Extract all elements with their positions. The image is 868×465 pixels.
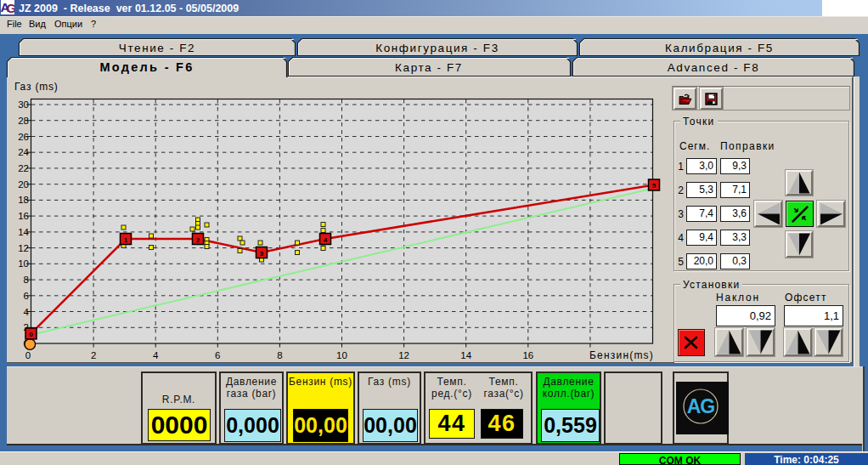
svg-text:8: 8 [24, 275, 29, 285]
svg-text:Конфигурация - F3: Конфигурация - F3 [375, 42, 499, 54]
svg-text:14: 14 [18, 227, 29, 237]
svg-text:Модель - F6: Модель - F6 [99, 60, 194, 74]
svg-text:4: 4 [153, 350, 159, 360]
svg-text:24: 24 [18, 147, 29, 157]
svg-text:10: 10 [18, 258, 29, 269]
svg-text:12: 12 [398, 350, 409, 360]
svg-text:28: 28 [18, 116, 29, 126]
svg-text:Калибрация - F5: Калибрация - F5 [665, 42, 774, 54]
svg-text:4: 4 [324, 236, 328, 244]
svg-text:0: 0 [25, 350, 31, 360]
svg-text:16: 16 [18, 211, 29, 221]
svg-text:Карта - F7: Карта - F7 [395, 61, 463, 74]
svg-text:Чтение - F2: Чтение - F2 [119, 42, 195, 54]
svg-text:12: 12 [18, 243, 29, 253]
svg-text:5: 5 [652, 182, 657, 190]
svg-text:26: 26 [18, 132, 29, 142]
svg-text:Бензин(ms): Бензин(ms) [589, 349, 654, 361]
svg-text:2: 2 [91, 350, 96, 360]
svg-text:14: 14 [460, 350, 471, 360]
svg-text:8: 8 [277, 350, 282, 360]
svg-text:22: 22 [18, 163, 29, 173]
svg-text:3: 3 [260, 250, 264, 258]
svg-text:10: 10 [336, 350, 347, 360]
svg-text:AG: AG [687, 395, 715, 417]
svg-text:Газ (ms): Газ (ms) [14, 81, 59, 93]
svg-text:18: 18 [18, 195, 29, 205]
svg-text:6: 6 [215, 350, 220, 360]
svg-text:6: 6 [24, 291, 29, 301]
svg-text:G: G [7, 1, 15, 15]
svg-text:2: 2 [196, 236, 200, 244]
svg-text:0: 0 [29, 331, 33, 338]
svg-text:20: 20 [18, 179, 29, 190]
svg-text:30: 30 [18, 99, 29, 110]
svg-text:4: 4 [24, 307, 30, 317]
svg-text:Advanced - F8: Advanced - F8 [668, 61, 760, 74]
svg-text:16: 16 [522, 350, 533, 360]
svg-text:1: 1 [124, 236, 128, 244]
